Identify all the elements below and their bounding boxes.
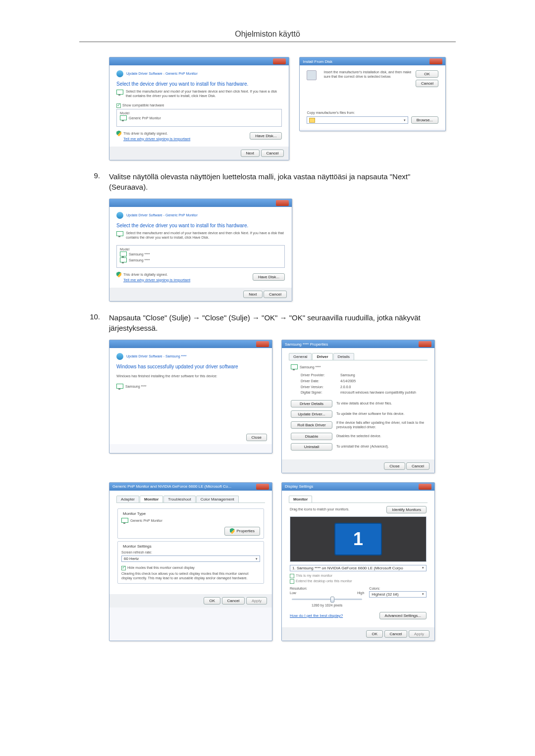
version-label: Driver Version: — [301, 385, 340, 390]
titlebar: Install From Disk — [300, 57, 445, 65]
path-dropdown[interactable]: ▾ — [307, 116, 408, 124]
monitor-type-value: Generic PnP Monitor — [130, 518, 162, 522]
monitor-icon — [116, 90, 121, 96]
browse-button[interactable]: Browse... — [411, 116, 438, 124]
have-disk-button[interactable]: Have Disk... — [250, 132, 282, 140]
cancel-button[interactable]: Cancel — [261, 150, 284, 157]
refresh-value: 60 Hertz — [124, 556, 139, 561]
device-name: Samsung **** — [125, 385, 146, 388]
signed-text: This driver is digitally signed. — [123, 272, 167, 276]
version-value: 2.0.0.0 — [340, 385, 426, 390]
rollback-desc: If the device fails after updating the d… — [336, 421, 426, 430]
monitor-preview[interactable]: 1 — [334, 523, 382, 555]
ok-button[interactable]: OK — [366, 630, 383, 638]
close-icon[interactable] — [256, 484, 269, 490]
titlebar: Samsung **** Properties — [282, 340, 434, 348]
identify-monitors-button[interactable]: Identify Monitors — [386, 506, 427, 513]
disable-button[interactable]: Disable — [291, 433, 332, 440]
tab-monitor[interactable]: Monitor — [140, 496, 163, 503]
close-icon[interactable] — [256, 341, 269, 347]
uninstall-desc: To uninstall the driver (Advanced). — [336, 445, 426, 449]
apply-button[interactable]: Apply — [409, 630, 429, 638]
driver-details-desc: To view details about the driver files. — [336, 402, 426, 406]
shield-icon — [116, 131, 121, 137]
next-button[interactable]: Next — [243, 291, 262, 298]
ok-button[interactable]: OK — [204, 597, 220, 605]
refresh-label: Screen refresh rate: — [121, 551, 260, 555]
best-display-link[interactable]: How do I get the best display? — [290, 613, 343, 618]
properties-button[interactable]: Properties — [224, 527, 260, 536]
show-compat-label: Show compatible hardware — [122, 103, 164, 107]
have-disk-button[interactable]: Have Disk... — [253, 273, 285, 281]
update-success-dialog: Update Driver Software - Samsung **** Wi… — [109, 340, 272, 454]
extend-desktop-label: Extend the desktop onto this monitor — [296, 579, 352, 583]
install-from-disk-dialog: Install From Disk Insert the manufacture… — [299, 57, 446, 131]
close-icon[interactable] — [429, 58, 442, 64]
model-item[interactable]: Samsung **** — [129, 252, 150, 256]
monitor-select-dropdown[interactable]: 1. Samsung **** on NVIDIA GeForce 6600 L… — [290, 565, 427, 571]
update-driver-dialog-1: Update Driver Software - Generic PnP Mon… — [109, 57, 289, 160]
monitor-icon — [116, 231, 121, 237]
tab-adapter[interactable]: Adapter — [116, 496, 139, 503]
dialog-title: Display Settings — [285, 484, 313, 489]
resolution-slider[interactable] — [292, 599, 362, 600]
update-driver-desc: To update the driver software for this d… — [336, 412, 426, 416]
provider-value: Samsung — [340, 373, 426, 378]
rollback-button[interactable]: Roll Back Driver — [291, 421, 332, 429]
titlebar — [109, 199, 292, 207]
model-listbox[interactable]: Model Samsung **** Samsung **** — [116, 245, 285, 268]
chevron-down-icon: ▾ — [404, 118, 406, 122]
advanced-settings-button[interactable]: Advanced Settings... — [379, 612, 427, 619]
back-icon[interactable] — [116, 212, 123, 219]
floppy-icon — [307, 70, 317, 80]
tab-monitor[interactable]: Monitor — [289, 496, 312, 503]
tab-general[interactable]: General — [289, 353, 312, 360]
update-driver-dialog-2: Update Driver Software - Generic PnP Mon… — [109, 199, 292, 302]
tab-details[interactable]: Details — [333, 353, 354, 360]
next-button[interactable]: Next — [241, 150, 260, 157]
tab-troubleshoot[interactable]: Troubleshoot — [163, 496, 195, 503]
colors-dropdown[interactable]: Highest (32 bit)▾ — [369, 591, 427, 598]
close-icon[interactable] — [419, 341, 431, 347]
model-item[interactable]: Generic PnP Monitor — [129, 116, 161, 120]
cancel-button[interactable]: Cancel — [264, 291, 287, 298]
date-value: 4/14/2005 — [340, 379, 426, 384]
apply-button[interactable]: Apply — [246, 597, 267, 605]
breadcrumb: Update Driver Software - Samsung **** — [126, 354, 186, 358]
colors-label: Colors: — [369, 587, 427, 591]
cancel-button[interactable]: Cancel — [222, 597, 245, 605]
tab-color-management[interactable]: Color Management — [196, 496, 239, 503]
hide-modes-checkbox[interactable] — [121, 566, 126, 570]
signing-link[interactable]: Tell me why driver signing is important — [123, 278, 190, 283]
update-driver-button[interactable]: Update Driver... — [291, 410, 332, 418]
close-button[interactable]: Close — [246, 434, 267, 441]
cancel-button[interactable]: Cancel — [384, 630, 408, 638]
back-icon[interactable] — [116, 70, 123, 77]
model-listbox[interactable]: Model Generic PnP Monitor — [116, 109, 282, 127]
driver-details-button[interactable]: Driver Details — [291, 400, 332, 407]
page-title: Ohjelmiston käyttö — [0, 0, 535, 42]
monitor-select-value: 1. Samsung **** on NVIDIA GeForce 6600 L… — [292, 566, 403, 570]
signing-link[interactable]: Tell me why driver signing is important — [123, 137, 190, 142]
main-monitor-checkbox — [290, 574, 294, 578]
tab-driver[interactable]: Driver — [312, 353, 332, 360]
uninstall-button[interactable]: Uninstall — [291, 443, 332, 451]
refresh-dropdown[interactable]: 60 Hertz▾ — [121, 555, 260, 562]
cancel-button[interactable]: Cancel — [416, 80, 438, 87]
titlebar — [109, 340, 272, 348]
close-icon[interactable] — [273, 58, 286, 64]
prop-device-name: Samsung **** — [300, 365, 321, 369]
drag-instruction: Drag the icons to match your monitors. — [290, 507, 349, 512]
close-icon[interactable] — [276, 200, 289, 206]
adapter-monitor-dialog: Generic PnP Monitor and NVIDIA GeForce 6… — [109, 482, 272, 641]
model-item[interactable]: Samsung **** — [129, 258, 150, 262]
disable-desc: Disables the selected device. — [336, 434, 426, 439]
cancel-button[interactable]: Cancel — [406, 462, 429, 470]
close-button[interactable]: Close — [384, 462, 405, 470]
model-header: Model — [120, 111, 278, 116]
show-compat-checkbox[interactable] — [116, 103, 121, 108]
ok-button[interactable]: OK — [416, 70, 438, 78]
close-icon[interactable] — [419, 484, 431, 490]
hide-modes-desc: Clearing this check box allows you to se… — [121, 572, 260, 581]
chevron-down-icon: ▾ — [422, 566, 424, 570]
